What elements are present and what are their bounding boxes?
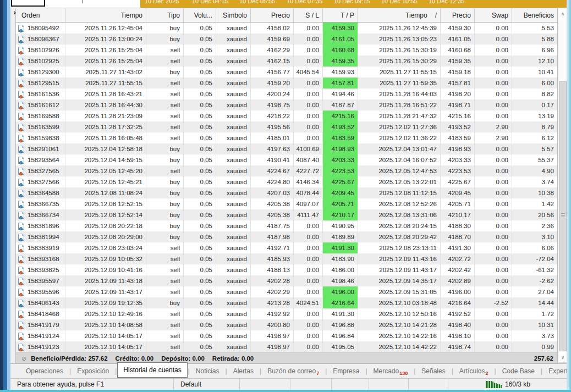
column-header-beneficios[interactable]: Beneficios	[512, 8, 557, 22]
history-row[interactable]: 158169588 2025.11.28 21:23:09 sell 0.05 …	[16, 111, 557, 122]
window-border-bottom	[0, 390, 571, 392]
axis-time-label: 10 Dec 10:55	[381, 0, 417, 4]
history-row[interactable]: 158327565 2025.12.05 12:45:20 sell 0.05 …	[16, 165, 557, 176]
column-header-tiempo-cierre[interactable]: Tiempo /	[358, 8, 441, 22]
tab-alertas[interactable]: Alertas	[228, 364, 259, 378]
open-price-cell: 4213.28	[251, 297, 294, 308]
order-doc-icon	[18, 80, 24, 87]
history-row[interactable]: 158364588 2025.12.08 11:08:24 buy 0.05 x…	[16, 187, 557, 198]
symbol-cell: xauusd	[216, 209, 251, 220]
column-header-tp[interactable]: T / P	[323, 8, 358, 22]
history-row[interactable]: 158161612 2025.11.28 16:44:30 sell 0.05 …	[16, 100, 557, 111]
tab-buz-n-de-correo[interactable]: Buzón de correo7	[262, 364, 325, 378]
history-row[interactable]: 158395597 2025.12.09 11:43:18 sell 0.05 …	[16, 275, 557, 286]
history-row[interactable]: 158129515 2025.11.27 11:55:15 sell 0.05 …	[16, 78, 557, 89]
status-profile[interactable]: Default	[174, 379, 240, 390]
volume-cell: 0.05	[184, 154, 216, 165]
volume-cell: 0.05	[184, 253, 216, 264]
history-row[interactable]: 158159838 2025.11.28 16:05:48 sell 0.05 …	[16, 132, 557, 143]
tp-cell: 4191.30	[323, 242, 358, 253]
history-row[interactable]: 158419179 2025.12.10 14:08:58 sell 0.05 …	[16, 319, 557, 330]
history-row[interactable]: 158418468 2025.12.10 12:49:16 sell 0.05 …	[16, 308, 557, 319]
order-cell: 158366734	[16, 209, 65, 220]
order-doc-icon	[18, 25, 24, 32]
type-cell: buy	[146, 209, 184, 220]
open-time-cell: 2025.12.09 11:43:18	[65, 275, 146, 286]
close-price-cell: 4209.45	[441, 187, 475, 198]
order-id: 158419179	[28, 322, 59, 328]
scroll-thumb[interactable]	[559, 81, 567, 351]
history-row[interactable]: 158129300 2025.11.27 11:43:02 buy 0.05 x…	[16, 67, 557, 78]
order-cell: 158366735	[16, 198, 65, 209]
scroll-up-button[interactable]: ∧	[558, 8, 567, 19]
order-doc-icon	[18, 245, 24, 252]
close-price-cell: 4198.74	[441, 341, 475, 352]
column-header-precio-apertura[interactable]: Precio	[251, 8, 294, 22]
tab-art-culos[interactable]: Artículos2	[454, 364, 494, 378]
column-header-orden[interactable]: Orden	[16, 8, 65, 22]
history-row[interactable]: 158366734 2025.12.08 12:52:14 buy 0.05 x…	[16, 209, 557, 220]
column-header-simbolo[interactable]: Símbolo	[216, 8, 251, 22]
tab-historial-de-cuentas[interactable]: Historial de cuentas	[117, 362, 187, 378]
history-row[interactable]: 158293564 2025.12.04 14:59:15 buy 0.05 x…	[16, 154, 557, 165]
history-row[interactable]: 158406143 2025.12.09 19:12:35 buy 0.05 x…	[16, 297, 557, 308]
axis-time-label: 10 Dec 12:35	[429, 0, 464, 4]
history-row[interactable]: 158383919 2025.12.08 23:03:24 sell 0.05 …	[16, 242, 557, 253]
open-time-cell: 2025.11.28 16:44:30	[65, 100, 146, 111]
tab-empresa[interactable]: Empresa	[327, 364, 365, 378]
history-row[interactable]: 158102925 2025.11.26 15:25:04 sell 0.05 …	[16, 56, 557, 67]
tab-noticias[interactable]: Noticias	[190, 364, 225, 378]
column-header-sl[interactable]: S / L	[294, 8, 323, 22]
history-row[interactable]: 158366735 2025.12.08 12:52:15 buy 0.05 x…	[16, 198, 557, 209]
history-row[interactable]: 158163599 2025.11.28 17:32:25 sell 0.05 …	[16, 122, 557, 132]
type-cell: buy	[146, 220, 184, 231]
tab-separator: |	[69, 367, 71, 375]
tab-se-ales[interactable]: Señales	[416, 364, 451, 378]
type-cell: sell	[146, 275, 184, 286]
history-row[interactable]: 158393825 2025.12.09 10:41:16 sell 0.05 …	[16, 264, 557, 275]
tab-exposici-n[interactable]: Exposición	[72, 364, 114, 378]
open-price-cell: 4224.80	[251, 176, 294, 187]
history-row[interactable]: 158381896 2025.12.08 20:22:18 buy 0.05 x…	[16, 220, 557, 231]
history-row[interactable]: 158395596 2025.12.09 11:43:17 sell 0.05 …	[16, 286, 557, 297]
history-row[interactable]: 158291061 2025.12.04 12:58:18 buy 0.05 x…	[16, 143, 557, 154]
history-row[interactable]: 158095492 2025.11.26 12:45:04 buy 0.05 x…	[16, 23, 557, 34]
order-id: 158395596	[28, 289, 59, 295]
order-doc-icon	[18, 135, 24, 142]
history-row[interactable]: 158096367 2025.11.26 13:00:24 buy 0.05 x…	[16, 34, 557, 45]
close-price-cell: 4191.30	[441, 242, 475, 253]
order-cell: 158418468	[16, 308, 65, 319]
column-header-tipo[interactable]: Tipo	[146, 8, 184, 22]
history-row[interactable]: 158393168 2025.12.09 10:05:32 sell 0.05 …	[16, 253, 557, 264]
history-row[interactable]: 158419124 2025.12.10 14:05:17 sell 0.05 …	[16, 330, 557, 341]
tab-separator: |	[188, 367, 190, 375]
summary-row: ⊘ Beneficio/Pérdida: 257.62 Crédito: 0.0…	[16, 352, 557, 364]
profit-cell: 6.96	[512, 45, 557, 56]
type-cell: sell	[146, 341, 184, 352]
history-row[interactable]: 158161536 2025.11.28 16:43:21 sell 0.05 …	[16, 89, 557, 100]
history-row[interactable]: 158419123 2025.12.10 14:05:17 sell 0.05 …	[16, 341, 557, 352]
open-price-cell: 4188.13	[251, 264, 294, 275]
open-time-cell: 2025.12.08 20:22:18	[65, 220, 146, 231]
tab-operaciones[interactable]: Operaciones	[20, 364, 69, 378]
history-row[interactable]: 158102926 2025.11.26 15:25:04 sell 0.05 …	[16, 45, 557, 56]
tab-code-base[interactable]: Code Base	[497, 364, 540, 378]
open-price-cell: 4195.56	[251, 122, 294, 132]
symbol-cell: xauusd	[216, 111, 251, 122]
column-header-tiempo-apertura[interactable]: Tiempo	[65, 8, 146, 22]
close-price-cell: 4183.59	[441, 132, 475, 143]
column-header-swap[interactable]: Swap	[475, 8, 512, 22]
scroll-down-button[interactable]: ∨	[558, 352, 567, 362]
history-row[interactable]: 158327566 2025.12.05 12:45:21 buy 0.05 x…	[16, 176, 557, 187]
column-header-volumen[interactable]: Volu...	[184, 8, 216, 22]
network-meter-icon	[486, 381, 502, 388]
tp-cell: 4160.68	[323, 45, 358, 56]
tp-cell: 4194.46	[323, 89, 358, 100]
open-price-cell: 4198.97	[251, 341, 294, 352]
profit-cell: 3.73	[512, 330, 557, 341]
history-row[interactable]: 158381994 2025.12.08 20:29:00 buy 0.05 x…	[16, 231, 557, 242]
tp-cell: 4183.59	[323, 132, 358, 143]
profit-cell: 2.36	[512, 220, 557, 231]
tab-mercado[interactable]: Mercado130	[368, 364, 414, 378]
column-header-precio-cierre[interactable]: Precio	[441, 8, 475, 22]
